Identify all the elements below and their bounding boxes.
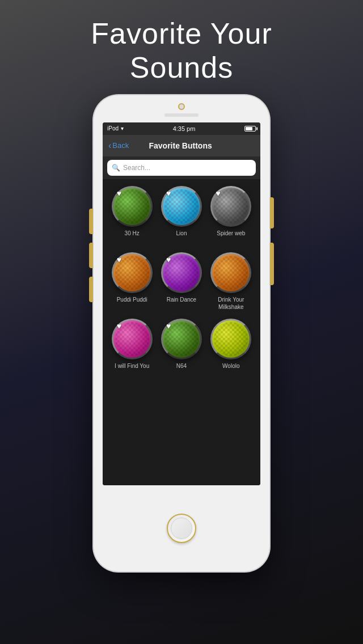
phone-screen: iPod ▾ 4:35 pm ‹ Back Favorite Buttons 🔍…: [103, 122, 260, 485]
sound-button-puddipuddi[interactable]: ♥: [112, 252, 153, 293]
favorite-heart-icon: ♥: [166, 321, 171, 331]
nav-title: Favorite Buttons: [129, 141, 232, 150]
status-bar: iPod ▾ 4:35 pm: [103, 122, 260, 135]
home-button[interactable]: [167, 514, 196, 543]
page-title: Favorite Your Sounds: [91, 17, 272, 85]
list-item[interactable]: ♥ 30 Hz: [109, 186, 155, 244]
list-item[interactable]: Drink Your Milkshake: [208, 252, 254, 311]
sound-button-drinkmilkshake[interactable]: [210, 252, 251, 293]
grid-row-2: ♥ Puddi Puddi ♥ Rain Dance Drink Your Mi…: [103, 250, 260, 313]
grid-row-3: ♥ I will Find You ♥ N64 Wololo: [103, 316, 260, 379]
favorite-heart-icon: ♥: [117, 255, 121, 264]
favorite-heart-icon: ♥: [117, 321, 121, 331]
list-item[interactable]: Wololo: [208, 319, 254, 377]
sound-label: 30 Hz: [125, 230, 140, 244]
sound-button-spiderweb[interactable]: ♥: [210, 186, 251, 227]
sounds-grid: ♥ 30 Hz ♥ Lion ♥ Spider web: [103, 179, 260, 485]
list-item[interactable]: ♥ Lion: [159, 186, 204, 244]
list-item[interactable]: ♥ N64: [159, 319, 204, 377]
phone-mockup: iPod ▾ 4:35 pm ‹ Back Favorite Buttons 🔍…: [94, 95, 269, 571]
list-item[interactable]: ♥ I will Find You: [109, 319, 155, 377]
back-chevron-icon: ‹: [108, 141, 111, 150]
sound-button-raindance[interactable]: ♥: [161, 252, 202, 293]
earpiece-speaker: [164, 113, 199, 117]
battery-icon: [244, 126, 256, 132]
status-right: [244, 126, 256, 132]
wifi-icon: ▾: [121, 125, 124, 132]
sound-label: Spider web: [217, 230, 245, 244]
search-input-wrapper[interactable]: 🔍 Search...: [107, 160, 256, 176]
favorite-heart-icon: ♥: [117, 189, 121, 198]
favorite-heart-icon: ♥: [166, 189, 171, 198]
sound-button-wololo[interactable]: [210, 319, 251, 359]
sound-button-n64[interactable]: ♥: [161, 319, 202, 359]
search-icon: 🔍: [112, 164, 120, 172]
favorite-heart-icon: ♥: [166, 255, 171, 264]
clock: 4:35 pm: [173, 125, 196, 132]
navigation-bar: ‹ Back Favorite Buttons: [103, 135, 260, 156]
battery-fill: [246, 127, 252, 130]
list-item[interactable]: ♥ Puddi Puddi: [109, 252, 155, 311]
volume-up-button: [89, 243, 93, 268]
power-button: [270, 243, 274, 285]
favorite-heart-icon: ♥: [216, 189, 220, 198]
sound-button-lion[interactable]: ♥: [161, 186, 202, 227]
sound-label: N64: [176, 362, 187, 377]
phone-top-area: [94, 95, 269, 117]
sound-button-iwillfindyou[interactable]: ♥: [112, 319, 153, 359]
status-left: iPod ▾: [107, 125, 124, 132]
back-button[interactable]: ‹ Back: [108, 141, 129, 150]
phone-bottom-area: [167, 485, 196, 571]
sound-label: Wololo: [222, 362, 239, 377]
sound-label: Puddi Puddi: [117, 296, 147, 311]
carrier-label: iPod: [107, 125, 119, 132]
sound-button-30hz[interactable]: ♥: [112, 186, 153, 227]
volume-down-button: [89, 277, 93, 302]
sound-label: I will Find You: [115, 362, 149, 377]
front-camera: [178, 103, 185, 110]
list-item[interactable]: ♥ Rain Dance: [159, 252, 204, 311]
search-bar: 🔍 Search...: [103, 156, 260, 179]
grid-row-1: ♥ 30 Hz ♥ Lion ♥ Spider web: [103, 184, 260, 247]
mute-button: [89, 209, 93, 234]
back-label: Back: [112, 141, 129, 150]
home-button-inner: [171, 518, 192, 539]
sound-label: Lion: [176, 230, 187, 244]
search-placeholder: Search...: [123, 164, 150, 172]
list-item[interactable]: ♥ Spider web: [208, 186, 254, 244]
sound-label: Drink Your Milkshake: [208, 296, 254, 311]
sound-label: Rain Dance: [167, 296, 196, 311]
